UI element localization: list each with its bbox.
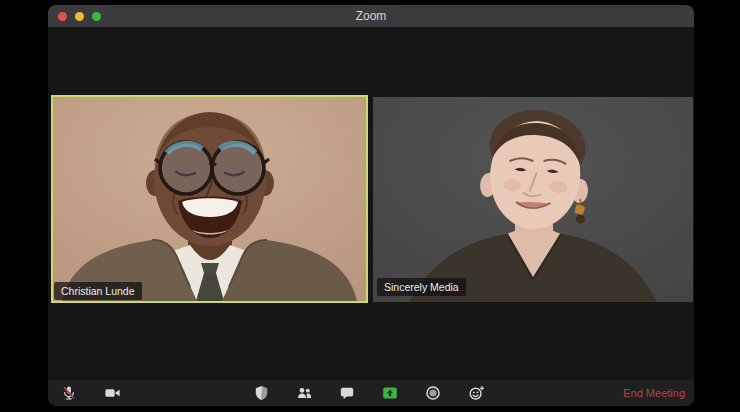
desktop-background: Zoom bbox=[0, 0, 740, 412]
video-feed-woman-smiling bbox=[373, 97, 693, 302]
participant-name-label: Sincerely Media bbox=[377, 278, 466, 297]
shield-icon bbox=[254, 385, 269, 401]
participants-icon bbox=[296, 385, 313, 401]
end-meeting-button[interactable]: End Meeting bbox=[623, 380, 685, 406]
participants-button[interactable] bbox=[295, 385, 313, 401]
window-title: Zoom bbox=[48, 9, 694, 23]
share-screen-button[interactable] bbox=[381, 385, 399, 401]
reactions-smiley-icon bbox=[468, 385, 485, 401]
reactions-button[interactable] bbox=[467, 385, 485, 401]
meeting-toolbar: End Meeting bbox=[48, 380, 694, 406]
video-camera-icon bbox=[104, 385, 121, 401]
start-video-button[interactable] bbox=[103, 385, 121, 401]
video-tile-sincerely-media[interactable]: Sincerely Media bbox=[373, 97, 693, 302]
video-feed-man-laughing bbox=[53, 97, 366, 301]
chat-bubble-icon bbox=[339, 385, 355, 401]
security-button[interactable] bbox=[252, 385, 270, 401]
record-button[interactable] bbox=[424, 385, 442, 401]
video-tile-christian-lunde[interactable]: Christian Lunde bbox=[51, 95, 368, 303]
window-titlebar: Zoom bbox=[48, 5, 694, 27]
record-icon bbox=[425, 385, 441, 401]
mute-button[interactable] bbox=[60, 385, 78, 401]
participant-name-label: Christian Lunde bbox=[54, 282, 142, 301]
microphone-muted-icon bbox=[61, 385, 77, 401]
chat-button[interactable] bbox=[338, 385, 356, 401]
share-screen-icon bbox=[382, 385, 398, 401]
zoom-app-window: Zoom bbox=[48, 5, 694, 406]
